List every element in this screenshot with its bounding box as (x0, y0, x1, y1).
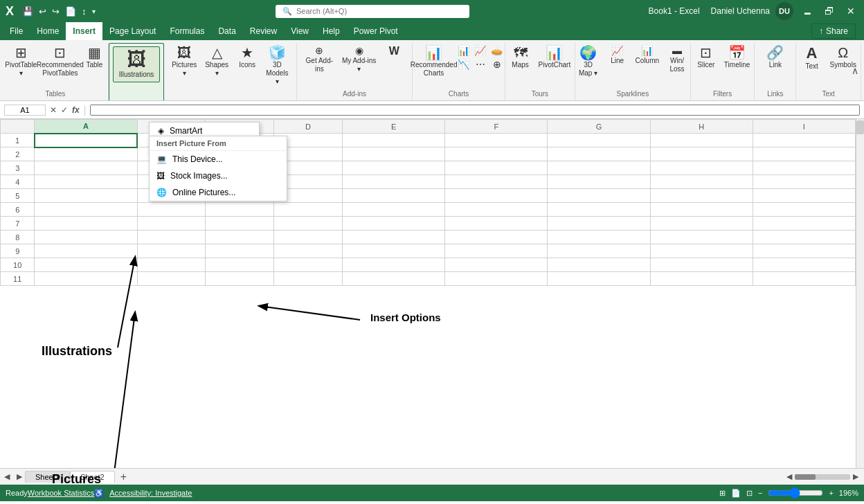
close-icon[interactable]: ✕ (843, 4, 858, 18)
pictures-submenu: Insert Picture From 💻 This Device... 🖼 S… (149, 136, 287, 201)
cell-g1[interactable] (548, 134, 650, 147)
formula-fx-icon[interactable]: fx (72, 105, 80, 115)
scroll-left-icon[interactable]: ◀ (786, 472, 792, 481)
maximize-icon[interactable]: 🗗 (821, 4, 838, 18)
menu-power-pivot[interactable]: Power Pivot (347, 22, 405, 40)
recommended-charts-button[interactable]: 📊 RecommendedCharts (413, 44, 455, 79)
new-icon[interactable]: 📄 (64, 5, 78, 18)
cell-h1[interactable] (650, 134, 753, 147)
col-header-i[interactable]: I (753, 120, 855, 134)
scatter-chart-button[interactable]: ⋯ (473, 58, 488, 71)
menu-file[interactable]: File (3, 22, 30, 40)
page-layout-icon[interactable]: 📄 (731, 489, 741, 498)
add-sheet-button[interactable]: + (115, 471, 132, 483)
sheet-tab-sheet2[interactable]: Sheet2 (70, 471, 115, 483)
cell-reference[interactable] (4, 105, 46, 116)
stock-images-item[interactable]: 🖼 Stock Images... (150, 168, 287, 184)
winloss-button[interactable]: ▬ Win/Loss (663, 44, 691, 75)
col-header-e[interactable]: E (342, 120, 444, 134)
formula-confirm-icon[interactable]: ✓ (61, 105, 68, 115)
sort-icon[interactable]: ↕ (80, 5, 88, 18)
col-header-f[interactable]: F (445, 120, 548, 134)
table-row: 8 (1, 231, 856, 244)
zoom-slider[interactable] (768, 487, 823, 498)
horizontal-scrollbar-thumb[interactable] (795, 474, 816, 480)
customize-icon[interactable]: ▾ (91, 6, 97, 17)
formula-cancel-icon[interactable]: ✕ (50, 105, 57, 115)
timeline-button[interactable]: 📅 Timeline (721, 44, 753, 71)
recommended-pivot-label: RecommendedPivotTables (37, 61, 84, 78)
online-pictures-item[interactable]: 🌐 Online Pictures... (150, 184, 287, 201)
pivot-chart-button[interactable]: 📊 PivotChart (536, 44, 574, 71)
get-addins-button[interactable]: ⊕ Get Add-ins (301, 44, 338, 75)
pivot-table-button[interactable]: ⊞ PivotTable▾ (2, 44, 39, 79)
this-device-item[interactable]: 💻 This Device... (150, 151, 287, 168)
line-chart-button[interactable]: 📈 (473, 44, 488, 57)
maps-button[interactable]: 🗺 Maps (507, 44, 534, 71)
menu-review[interactable]: Review (243, 22, 284, 40)
scroll-left-tab-btn[interactable]: ◀ (0, 472, 14, 481)
more-charts-button[interactable]: ⊕ (489, 58, 505, 71)
3d-map-button[interactable]: 🌍 3DMap ▾ (575, 44, 602, 79)
icons-button[interactable]: ★ Icons (233, 44, 261, 71)
menu-page-layout[interactable]: Page Layout (102, 22, 163, 40)
workbook-statistics[interactable]: Workbook Statistics (28, 489, 94, 497)
col-header-h[interactable]: H (650, 120, 753, 134)
3d-models-button[interactable]: 🧊 3DModels ▾ (262, 44, 292, 87)
menu-view[interactable]: View (284, 22, 316, 40)
menu-help[interactable]: Help (316, 22, 347, 40)
cell-a1[interactable] (35, 134, 137, 147)
zoom-in-icon[interactable]: + (829, 489, 833, 497)
cell-a3[interactable] (35, 161, 137, 175)
pie-chart-button[interactable]: 🥧 (489, 44, 505, 57)
cell-f1[interactable] (445, 134, 548, 147)
cell-e1[interactable] (342, 134, 444, 147)
collapse-ribbon-button[interactable]: ∧ (852, 65, 858, 76)
col-header-g[interactable]: G (548, 120, 650, 134)
shapes-button[interactable]: △ Shapes ▾ (201, 44, 232, 79)
text-buttons: A Text Ω Symbols (798, 43, 859, 88)
my-addins-button[interactable]: ◉ My Add-ins ▾ (339, 44, 379, 75)
grid-view-icon[interactable]: ⊞ (719, 489, 726, 498)
cell-a2[interactable] (35, 147, 137, 161)
col-header-d[interactable]: D (274, 120, 343, 134)
share-button[interactable]: ↑ Share (811, 24, 856, 39)
bar-chart-button[interactable]: 📉 (456, 58, 471, 71)
col-header-a[interactable]: A (35, 120, 137, 134)
slicer-button[interactable]: ⊡ Slicer (692, 44, 720, 71)
column-chart-button[interactable]: 📊 (456, 44, 471, 57)
column-sparkline-button[interactable]: 📊 Column (633, 44, 662, 66)
scroll-right-tab-btn[interactable]: ▶ (14, 472, 25, 481)
table-button[interactable]: ▦ Table (80, 44, 108, 71)
wikipedia-button[interactable]: W (380, 44, 408, 60)
text-button[interactable]: A Text (798, 44, 826, 72)
menu-formulas[interactable]: Formulas (163, 22, 211, 40)
search-box[interactable]: 🔍 (276, 5, 469, 18)
page-break-icon[interactable]: ⊡ (746, 489, 753, 498)
zoom-out-icon[interactable]: − (758, 489, 762, 497)
user-avatar[interactable]: DU (775, 2, 793, 20)
recommended-pivot-button[interactable]: ⊡ RecommendedPivotTables (41, 44, 79, 79)
menu-home[interactable]: Home (30, 22, 66, 40)
menu-data[interactable]: Data (211, 22, 242, 40)
stock-images-label: Stock Images... (170, 171, 228, 181)
horizontal-scrollbar[interactable] (795, 474, 850, 480)
illustrations-button[interactable]: 🖼 Illustrations (113, 46, 161, 82)
redo-icon[interactable]: ↪ (51, 5, 61, 18)
formula-input[interactable] (90, 105, 860, 116)
line-sparkline-button[interactable]: 📈 Line (604, 44, 631, 66)
accessibility-text[interactable]: Accessibility: Investigate (109, 489, 192, 497)
vertical-scrollbar[interactable] (856, 119, 864, 468)
menu-insert[interactable]: Insert (66, 22, 102, 40)
undo-icon[interactable]: ↩ (37, 5, 48, 18)
search-input[interactable] (296, 7, 449, 15)
cell-i1[interactable] (753, 134, 855, 147)
sheet-tab-sheet1[interactable]: Sheet1 (25, 471, 70, 483)
scrollbar-thumb[interactable] (856, 120, 864, 134)
save-icon[interactable]: 💾 (21, 5, 35, 18)
table-row: 6 (1, 203, 856, 217)
restore-icon[interactable]: 🗕 (799, 4, 816, 18)
link-button[interactable]: 🔗 Link (762, 44, 789, 71)
scroll-right-icon[interactable]: ▶ (853, 472, 858, 481)
pictures-button[interactable]: 🖼 Pictures ▾ (168, 44, 200, 79)
